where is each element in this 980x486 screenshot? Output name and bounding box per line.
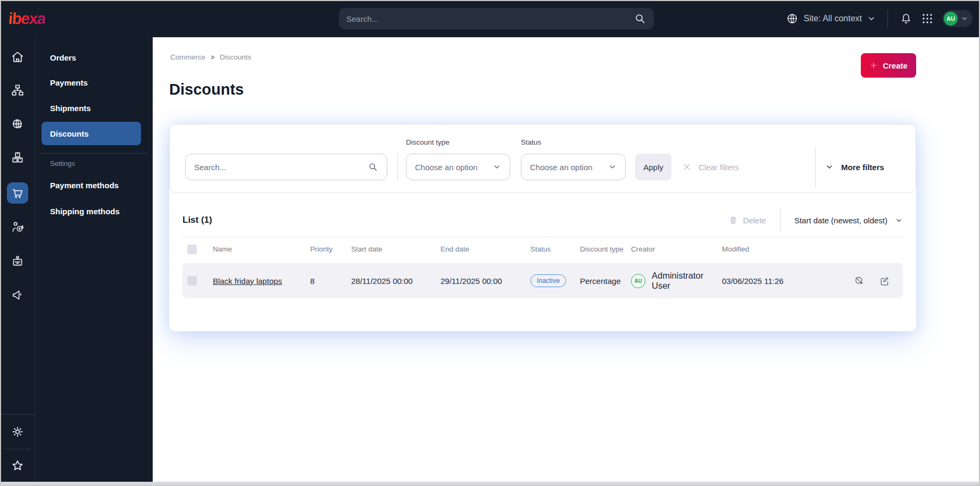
apply-button[interactable]: Apply xyxy=(635,154,671,180)
menu-item-shipping-methods[interactable]: Shipping methods xyxy=(41,199,141,223)
topbar: ibexa Site: All context AU xyxy=(0,0,980,37)
start-date-cell: 28/11/2025 00:00 xyxy=(351,276,441,286)
search-icon xyxy=(634,12,646,25)
filter-search[interactable] xyxy=(185,154,387,180)
menu-item-label: Payments xyxy=(50,78,88,87)
sidebar-item-products[interactable] xyxy=(7,147,28,168)
chevron-down-icon xyxy=(608,163,617,171)
menu-item-label: Discounts xyxy=(50,129,89,138)
sidebar-item-marketing[interactable] xyxy=(7,284,28,306)
chevron-down-icon xyxy=(825,163,834,171)
sidebar-item-dashboard[interactable] xyxy=(7,46,28,68)
discount-type-select[interactable]: Choose an option xyxy=(406,154,510,180)
sort-selector[interactable]: Start date (newest, oldest) xyxy=(794,216,903,225)
menu-section-label: Settings xyxy=(50,160,75,167)
list-header: List (1) Delete Start date (newest, olde… xyxy=(182,207,903,233)
commerce-menu: Orders Payments Shipments Discounts Sett… xyxy=(35,37,153,482)
topbar-divider xyxy=(887,10,888,28)
page-title: Discounts xyxy=(169,81,244,98)
global-search[interactable] xyxy=(339,8,654,29)
menu-item-label: Shipping methods xyxy=(50,207,120,216)
more-filters-button[interactable]: More filters xyxy=(825,154,884,180)
breadcrumb-separator: > xyxy=(211,54,214,61)
end-date-cell: 29/11/2025 00:00 xyxy=(441,276,530,286)
row-checkbox[interactable] xyxy=(187,276,197,286)
breadcrumb-commerce[interactable]: Commerce xyxy=(170,53,205,61)
person-target-icon xyxy=(11,220,24,234)
window-bottom-edge xyxy=(0,482,980,486)
column-header-modified: Modified xyxy=(722,245,854,253)
user-menu[interactable]: AU xyxy=(942,10,973,27)
site-context-label: Site: All context xyxy=(804,14,862,23)
rail-divider xyxy=(4,449,31,449)
boxes-icon xyxy=(11,150,24,164)
edit-icon[interactable] xyxy=(879,275,890,287)
gear-icon xyxy=(11,425,24,439)
ibexa-logo: ibexa xyxy=(8,10,46,28)
menu-divider xyxy=(39,153,148,154)
status-label: Status xyxy=(521,138,541,146)
status-value: Choose an option xyxy=(530,163,593,172)
chevron-down-icon xyxy=(867,14,876,23)
discount-type-value: Choose an option xyxy=(415,163,478,172)
menu-item-discounts[interactable]: Discounts xyxy=(41,122,141,145)
table-row: Black friday laptops 8 28/11/2025 00:00 … xyxy=(182,263,903,298)
sidebar-item-commerce[interactable] xyxy=(7,182,28,204)
avatar: AU xyxy=(944,12,958,26)
status-select[interactable]: Choose an option xyxy=(521,154,626,180)
column-header-name: Name xyxy=(213,245,310,253)
notifications-bell-icon[interactable] xyxy=(900,12,912,25)
creator-cell: AU Administrator User xyxy=(631,271,722,291)
clear-filters-button[interactable]: Clear filters xyxy=(682,154,739,180)
column-header-start-date: Start date xyxy=(351,245,441,253)
breadcrumb-current: Discounts xyxy=(220,53,251,61)
rail-divider xyxy=(0,414,35,415)
home-icon xyxy=(11,50,24,64)
column-header-creator: Creator xyxy=(631,245,722,253)
plus-icon xyxy=(869,61,878,70)
globe-cursor-icon xyxy=(11,118,24,131)
filter-panel: Discount type Choose an option Status Ch… xyxy=(169,124,916,193)
column-header-status: Status xyxy=(530,245,580,253)
sidebar-item-admin[interactable] xyxy=(7,421,28,442)
filter-divider xyxy=(397,154,398,180)
menu-item-label: Shipments xyxy=(50,104,91,113)
cart-icon xyxy=(11,186,24,200)
status-badge: Inactive xyxy=(530,274,566,287)
discount-name-link[interactable]: Black friday laptops xyxy=(213,276,282,286)
icon-rail xyxy=(0,37,35,482)
sidebar-item-users[interactable] xyxy=(7,250,28,272)
column-header-discount-type: Discount type xyxy=(580,245,631,253)
clear-filters-label: Clear filters xyxy=(699,163,739,172)
create-button[interactable]: Create xyxy=(861,53,916,78)
badge-icon xyxy=(11,254,24,268)
discount-type-label: Discount type xyxy=(406,138,450,146)
chevron-down-icon xyxy=(493,163,501,171)
sidebar-item-content[interactable] xyxy=(7,80,28,101)
column-header-priority: Priority xyxy=(310,245,351,253)
menu-item-orders[interactable]: Orders xyxy=(41,46,141,69)
preview-disabled-icon[interactable] xyxy=(854,275,865,287)
menu-item-label: Payment methods xyxy=(50,181,119,190)
megaphone-icon xyxy=(11,288,24,302)
delete-button-label: Delete xyxy=(743,216,766,225)
menu-item-payment-methods[interactable]: Payment methods xyxy=(41,173,141,197)
column-header-end-date: End date xyxy=(441,245,530,253)
filter-divider xyxy=(815,147,816,187)
site-context-selector[interactable]: Site: All context xyxy=(786,12,876,25)
globe-icon xyxy=(786,12,799,25)
creator-name: Administrator User xyxy=(652,271,722,291)
sort-selector-label: Start date (newest, oldest) xyxy=(794,216,887,225)
menu-item-shipments[interactable]: Shipments xyxy=(41,96,141,120)
breadcrumb: Commerce > Discounts xyxy=(170,53,251,61)
sidebar-item-bookmarks[interactable] xyxy=(7,455,28,476)
sidebar-item-site[interactable] xyxy=(7,114,28,135)
delete-button[interactable]: Delete xyxy=(728,215,766,225)
select-all-checkbox[interactable] xyxy=(187,245,197,254)
menu-item-payments[interactable]: Payments xyxy=(41,71,141,94)
sidebar-item-customers[interactable] xyxy=(7,216,28,238)
global-search-input[interactable] xyxy=(346,14,634,23)
search-icon xyxy=(368,162,378,172)
filter-search-input[interactable] xyxy=(194,163,368,172)
app-grid-icon[interactable] xyxy=(921,12,934,25)
